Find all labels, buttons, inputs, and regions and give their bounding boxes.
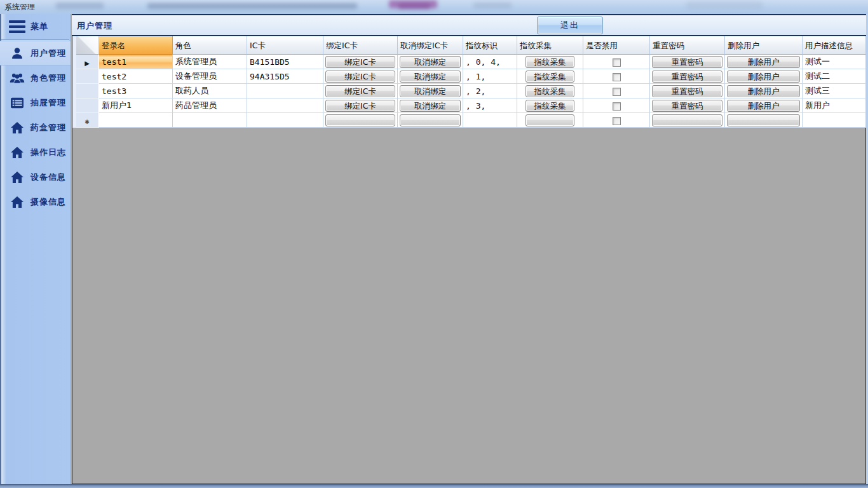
disabled-checkbox[interactable] — [613, 58, 621, 67]
disabled-checkbox[interactable] — [613, 102, 621, 111]
fingerprint-collect-button[interactable] — [526, 114, 574, 126]
sidebar-item-camera-info[interactable]: 摄像信息 — [0, 189, 71, 214]
sidebar-item-label: 抽屉管理 — [31, 97, 66, 109]
sidebar-item-role-management[interactable]: 角色管理 — [0, 65, 71, 90]
delete-user-button[interactable]: 删除用户 — [727, 56, 800, 68]
cell-delete-user: 删除用户 — [725, 98, 803, 113]
exit-button[interactable]: 退出 — [537, 17, 603, 34]
disabled-checkbox[interactable] — [613, 117, 621, 125]
fingerprint-collect-button[interactable]: 指纹采集 — [526, 100, 574, 112]
cell-ic-card[interactable] — [247, 84, 323, 98]
cell-reset-password: 重置密码 — [650, 55, 725, 69]
cell-fingerprint-id[interactable]: , 3, — [463, 98, 517, 113]
row-selector[interactable] — [76, 69, 99, 84]
reset-password-button[interactable]: 重置密码 — [652, 56, 722, 68]
unbind-ic-button[interactable]: 取消绑定 — [400, 56, 461, 68]
column-header-login[interactable]: 登录名 — [99, 36, 173, 55]
column-header-description[interactable]: 用户描述信息 — [803, 36, 866, 55]
row-selector[interactable] — [76, 98, 99, 113]
cell-description[interactable]: 测试三 — [803, 84, 866, 98]
bind-ic-button[interactable]: 绑定IC卡 — [325, 71, 395, 83]
unbind-ic-button[interactable]: 取消绑定 — [400, 71, 461, 83]
cell-fingerprint-collect: 指纹采集 — [517, 55, 583, 69]
column-header-unbind-ic[interactable]: 取消绑定IC卡 — [398, 36, 463, 55]
cell-fingerprint-id[interactable] — [463, 113, 517, 128]
cell-delete-user — [725, 113, 803, 128]
cell-role[interactable]: 取药人员 — [173, 84, 247, 98]
sidebar-item-user-management[interactable]: 用户管理 — [0, 41, 71, 65]
sidebar-item-device-info[interactable]: 设备信息 — [0, 165, 71, 189]
home-icon — [8, 196, 27, 208]
bind-ic-button[interactable]: 绑定IC卡 — [325, 85, 395, 97]
cell-role[interactable] — [173, 113, 247, 128]
cell-fingerprint-id[interactable]: , 0, 4, — [463, 55, 517, 69]
cell-fingerprint-id[interactable]: , 1, — [463, 69, 517, 84]
reset-password-button[interactable]: 重置密码 — [652, 85, 722, 97]
cell-fingerprint-id[interactable]: , 2, — [463, 84, 517, 98]
bind-ic-button[interactable] — [325, 114, 395, 126]
cell-delete-user: 删除用户 — [725, 55, 803, 69]
cell-login[interactable]: test1 — [99, 55, 173, 69]
bind-ic-button[interactable]: 绑定IC卡 — [325, 100, 395, 112]
cell-description[interactable] — [803, 113, 866, 128]
cell-reset-password: 重置密码 — [650, 69, 725, 84]
reset-password-button[interactable]: 重置密码 — [652, 71, 722, 83]
sidebar-item-medicine-box[interactable]: 药盒管理 — [0, 115, 71, 140]
delete-user-button[interactable]: 删除用户 — [727, 100, 800, 112]
column-header-fingerprint-collect[interactable]: 指纹采集 — [517, 36, 583, 55]
column-header-delete-user[interactable]: 删除用户 — [725, 36, 803, 55]
window-bottom-border — [0, 484, 868, 488]
sidebar-item-label: 用户管理 — [31, 48, 66, 59]
home-icon — [8, 146, 27, 159]
cell-fingerprint-collect: 指纹采集 — [517, 69, 583, 84]
unbind-ic-button[interactable]: 取消绑定 — [400, 100, 461, 112]
cell-ic-card[interactable] — [247, 98, 323, 113]
cell-role[interactable]: 设备管理员 — [173, 69, 247, 84]
delete-user-button[interactable]: 删除用户 — [727, 71, 800, 83]
fingerprint-collect-button[interactable]: 指纹采集 — [526, 71, 574, 83]
cell-unbind-ic — [398, 113, 463, 128]
unbind-ic-button[interactable] — [400, 114, 461, 126]
cell-login[interactable]: test3 — [99, 84, 173, 98]
cell-ic-card[interactable]: 94A315D5 — [247, 69, 323, 84]
fingerprint-collect-button[interactable]: 指纹采集 — [526, 85, 574, 97]
disabled-checkbox[interactable] — [613, 73, 621, 81]
unbind-ic-button[interactable]: 取消绑定 — [400, 85, 461, 97]
column-header-disabled[interactable]: 是否禁用 — [583, 36, 650, 55]
reset-password-button[interactable] — [652, 114, 722, 126]
bind-ic-button[interactable]: 绑定IC卡 — [325, 56, 395, 68]
cell-description[interactable]: 测试二 — [803, 69, 866, 84]
column-header-bind-ic[interactable]: 绑定IC卡 — [323, 36, 398, 55]
cell-fingerprint-collect: 指纹采集 — [517, 98, 583, 113]
table-row: ▶ test1 系统管理员 B4151BD5 绑定IC卡 取消绑定 , 0, 4… — [76, 55, 866, 69]
delete-user-button[interactable] — [727, 114, 800, 126]
sidebar-item-drawer-management[interactable]: 抽屉管理 — [0, 90, 71, 115]
main-content: 用户管理 退出 登录名 角色 IC卡 绑定IC卡 取消绑定IC卡 指纹标识 — [72, 14, 866, 484]
column-header-role[interactable]: 角色 — [173, 36, 247, 55]
menu-toggle[interactable]: 菜单 — [0, 14, 71, 39]
column-header-ic-card[interactable]: IC卡 — [247, 36, 323, 55]
disabled-checkbox[interactable] — [613, 88, 621, 96]
select-all-header[interactable] — [76, 36, 99, 55]
row-selector[interactable] — [76, 84, 99, 98]
fingerprint-collect-button[interactable]: 指纹采集 — [526, 56, 574, 68]
cell-login[interactable]: 新用户1 — [99, 98, 173, 113]
cell-ic-card[interactable]: B4151BD5 — [247, 55, 323, 69]
delete-user-button[interactable]: 删除用户 — [727, 85, 800, 97]
cell-role[interactable]: 系统管理员 — [173, 55, 247, 69]
cell-login[interactable] — [99, 113, 173, 128]
column-header-fingerprint-id[interactable]: 指纹标识 — [463, 36, 517, 55]
sidebar-item-operation-log[interactable]: 操作日志 — [0, 140, 71, 165]
row-selector[interactable]: ▶ — [76, 55, 99, 69]
cell-description[interactable]: 测试一 — [803, 55, 866, 69]
cell-ic-card[interactable] — [247, 113, 323, 128]
background-window-blur — [56, 3, 104, 9]
cell-login[interactable]: test2 — [99, 69, 173, 84]
column-header-reset-password[interactable]: 重置密码 — [650, 36, 725, 55]
cell-description[interactable]: 新用户 — [803, 98, 866, 113]
row-selector[interactable]: ✱ — [76, 113, 99, 128]
cell-delete-user: 删除用户 — [725, 69, 803, 84]
background-window-blur — [473, 3, 512, 8]
cell-role[interactable]: 药品管理员 — [173, 98, 247, 113]
reset-password-button[interactable]: 重置密码 — [652, 100, 722, 112]
